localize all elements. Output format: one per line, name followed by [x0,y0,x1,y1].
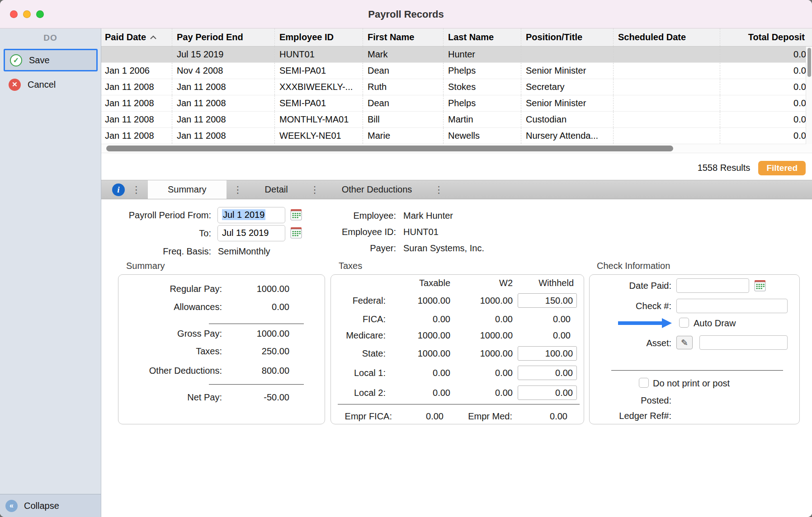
period-from-value: Jul 1 2019 [222,209,265,220]
summary-row-value: 0.00 [272,300,289,314]
summary-row-label: Taxes: [196,344,222,358]
calendar-icon[interactable] [753,279,767,292]
payer-value: Suran Systems, Inc. [403,241,484,255]
taxes-column-headers: Taxable W2 Withheld [331,276,584,290]
cell-last-name: Newells [444,128,521,144]
taxable-column-header: Taxable [419,276,450,290]
tax-withheld-input[interactable]: 0.00 [518,366,577,380]
table-row[interactable]: Jul 15 2019HUNT01MarkHunter0.00 [101,47,812,63]
table-row[interactable]: Jan 11 2008Jan 11 2008MONTHLY-MA01BillMa… [101,112,812,128]
empr-med-value: 0.00 [550,409,567,423]
menu-dots-icon[interactable]: ⋮ [303,183,326,196]
info-icon[interactable]: i [112,183,125,196]
summary-row-label: Net Pay: [187,390,222,404]
close-button[interactable] [10,10,18,18]
ledger-ref-label: Ledger Ref#: [619,409,671,423]
save-button[interactable]: ✓ Save [4,49,98,71]
period-to-input[interactable]: Jul 15 2019 [217,225,285,241]
table-row[interactable]: Jan 11 2008Jan 11 2008WEEKLY-NE01MarieNe… [101,128,812,144]
cell-total-deposit: 0.00 [720,47,812,62]
column-header-total-deposit[interactable]: Total Deposit [720,28,812,46]
table-row[interactable]: Jan 1 2006Nov 4 2008SEMI-PA01DeanPhelpsS… [101,63,812,79]
tax-taxable-value: 1000.00 [418,346,450,361]
summary-section-label: Summary [126,261,165,271]
auto-draw-checkbox[interactable] [679,318,689,328]
save-check-icon: ✓ [10,54,22,66]
empr-fica-label: Empr FICA: [345,409,392,423]
column-header-first-name[interactable]: First Name [363,28,444,46]
asset-edit-icon[interactable]: ✎ [676,336,693,349]
summary-row-label: Allowances: [174,300,222,314]
cell-paid-date [101,47,172,62]
cancel-button[interactable]: ✕ Cancel [4,73,98,96]
cell-employee-id: WEEKLY-NE01 [275,128,363,144]
cell-position: Custodian [521,112,614,127]
tax-row: State:1000.001000.00100.00 [331,346,584,361]
tax-w2-value: 1000.00 [480,328,513,343]
collapse-button[interactable]: « Collapse [0,494,101,517]
table-body: Jul 15 2019HUNT01MarkHunter0.00Jan 1 200… [101,47,812,144]
tax-withheld-input[interactable]: 0.00 [518,385,577,400]
menu-dots-icon[interactable]: ⋮ [227,183,250,196]
asset-label: Asset: [646,336,671,350]
asset-input[interactable] [699,335,788,350]
calendar-icon[interactable] [289,208,303,221]
tab-other-deductions[interactable]: Other Deductions [326,180,428,199]
posted-label: Posted: [641,393,671,408]
column-header-last-name[interactable]: Last Name [444,28,521,46]
taxes-box: Taxable W2 Withheld Empr FICA: 0.00 Empr… [330,274,584,424]
table-row[interactable]: Jan 11 2008Jan 11 2008SEMI-PA01DeanPhelp… [101,95,812,112]
filtered-badge[interactable]: Filtered [758,161,806,175]
check-number-input[interactable] [676,299,788,313]
summary-divider [209,324,304,324]
tax-withheld-value: 0.00 [553,328,571,343]
summary-row: Net Pay:-50.00 [118,390,325,404]
tax-row-label: Local 1: [354,366,386,380]
vertical-scrollbar-thumb[interactable] [807,48,811,77]
taxes-section-label: Taxes [339,261,362,271]
period-from-input[interactable]: Jul 1 2019 [217,207,285,223]
period-to-value: Jul 15 2019 [222,228,269,238]
auto-draw-arrow-icon [618,318,672,328]
horizontal-scrollbar-thumb[interactable] [106,146,673,151]
cell-first-name: Dean [363,95,444,111]
payer-label: Payer: [306,241,396,255]
cell-paid-date: Jan 11 2008 [101,128,172,144]
summary-row-value: -50.00 [264,390,289,404]
cell-position: Senior Minister [521,63,614,79]
table-row[interactable]: Jan 11 2008Jan 11 2008XXXBIWEEKLY-...Rut… [101,79,812,95]
column-header-pay-period-end[interactable]: Pay Period End [172,28,275,46]
auto-draw-label: Auto Draw [694,317,736,329]
column-header-paid-date[interactable]: Paid Date [101,28,172,46]
collapse-label: Collapse [24,501,59,511]
cell-position: Secretary [521,79,614,95]
cell-total-deposit: 0.00 [720,79,812,95]
menu-dots-icon[interactable]: ⋮ [427,183,450,196]
tax-withheld-input[interactable]: 150.00 [518,293,577,308]
tax-w2-value: 0.00 [495,385,513,400]
column-header-scheduled-date[interactable]: Scheduled Date [614,28,720,46]
vertical-scrollbar[interactable] [806,47,812,144]
horizontal-scrollbar[interactable] [101,144,812,153]
date-paid-input[interactable] [676,278,749,293]
tab-bar: i ⋮ Summary ⋮ Detail ⋮ Other Deductions … [101,180,812,199]
window-title: Payroll Records [0,0,812,28]
tax-taxable-value: 0.00 [433,385,450,400]
check-number-label: Check #: [636,299,671,313]
menu-dots-icon[interactable]: ⋮ [125,183,148,196]
freq-basis-label: Freq. Basis: [101,243,211,259]
tab-summary[interactable]: Summary [148,180,227,199]
calendar-icon[interactable] [289,226,303,240]
period-from-label: Payroll Period From: [101,207,211,223]
cell-employee-id: HUNT01 [275,47,363,62]
zoom-button[interactable] [36,10,44,18]
minimize-button[interactable] [23,10,31,18]
cell-paid-date: Jan 11 2008 [101,112,172,127]
cell-scheduled-date [614,63,720,79]
do-not-print-checkbox[interactable] [639,378,649,388]
tab-detail[interactable]: Detail [250,180,303,199]
cell-last-name: Phelps [444,63,521,79]
column-header-employee-id[interactable]: Employee ID [275,28,363,46]
column-header-position-title[interactable]: Position/Title [521,28,614,46]
tax-withheld-input[interactable]: 100.00 [518,346,577,361]
